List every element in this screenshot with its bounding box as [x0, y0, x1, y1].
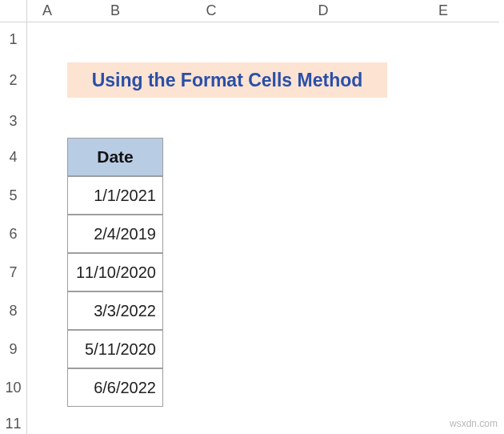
table-row[interactable]: 6/6/2022 — [67, 368, 163, 407]
row-header-1[interactable]: 1 — [0, 22, 27, 56]
cell-D4[interactable] — [259, 138, 387, 176]
cell-E2[interactable] — [387, 56, 499, 104]
cell-D7[interactable] — [259, 253, 387, 291]
cell-D8[interactable] — [259, 291, 387, 330]
table-row[interactable]: 2/4/2019 — [67, 215, 163, 253]
cell-E5[interactable] — [387, 176, 499, 215]
cell-C6[interactable] — [163, 215, 259, 253]
cell-D9[interactable] — [259, 330, 387, 368]
cell-A6[interactable] — [27, 215, 67, 253]
cell-A4[interactable] — [27, 138, 67, 176]
cell-C11[interactable] — [163, 407, 259, 434]
select-all-corner[interactable] — [0, 0, 27, 22]
cell-C1[interactable] — [163, 22, 259, 56]
page-title: Using the Format Cells Method — [67, 62, 387, 98]
cell-E8[interactable] — [387, 291, 499, 330]
row-header-6[interactable]: 6 — [0, 215, 27, 253]
row-header-7[interactable]: 7 — [0, 253, 27, 291]
row-header-10[interactable]: 10 — [0, 368, 27, 407]
cell-E7[interactable] — [387, 253, 499, 291]
table-row[interactable]: 1/1/2021 — [67, 176, 163, 215]
cell-D1[interactable] — [259, 22, 387, 56]
cell-D11[interactable] — [259, 407, 387, 434]
cell-E3[interactable] — [387, 104, 499, 138]
cell-A9[interactable] — [27, 330, 67, 368]
row-header-9[interactable]: 9 — [0, 330, 27, 368]
cell-C4[interactable] — [163, 138, 259, 176]
cell-C10[interactable] — [163, 368, 259, 407]
cell-A5[interactable] — [27, 176, 67, 215]
cell-C9[interactable] — [163, 330, 259, 368]
cell-E9[interactable] — [387, 330, 499, 368]
cell-A3[interactable] — [27, 104, 67, 138]
col-header-D[interactable]: D — [259, 0, 387, 22]
row-header-8[interactable]: 8 — [0, 291, 27, 330]
cell-B1[interactable] — [67, 22, 163, 56]
cell-B11[interactable] — [67, 407, 163, 434]
col-header-E[interactable]: E — [387, 0, 499, 22]
row-header-2[interactable]: 2 — [0, 56, 27, 104]
cell-D6[interactable] — [259, 215, 387, 253]
row-header-3[interactable]: 3 — [0, 104, 27, 138]
row-header-11[interactable]: 11 — [0, 407, 27, 434]
cell-C8[interactable] — [163, 291, 259, 330]
cell-C7[interactable] — [163, 253, 259, 291]
table-header-date[interactable]: Date — [67, 138, 163, 176]
col-header-C[interactable]: C — [163, 0, 259, 22]
cell-B3[interactable] — [67, 104, 163, 138]
cell-C3[interactable] — [163, 104, 259, 138]
title-merged-cell[interactable]: Using the Format Cells Method — [67, 56, 387, 104]
cell-A2[interactable] — [27, 56, 67, 104]
cell-E10[interactable] — [387, 368, 499, 407]
spreadsheet-grid: A B C D E 1 2 Using the Format Cells Met… — [0, 0, 504, 434]
cell-C5[interactable] — [163, 176, 259, 215]
cell-E6[interactable] — [387, 215, 499, 253]
table-row[interactable]: 3/3/2022 — [67, 291, 163, 330]
cell-D10[interactable] — [259, 368, 387, 407]
col-header-B[interactable]: B — [67, 0, 163, 22]
row-header-4[interactable]: 4 — [0, 138, 27, 176]
cell-D3[interactable] — [259, 104, 387, 138]
cell-A7[interactable] — [27, 253, 67, 291]
cell-A10[interactable] — [27, 368, 67, 407]
cell-A11[interactable] — [27, 407, 67, 434]
table-row[interactable]: 11/10/2020 — [67, 253, 163, 291]
col-header-A[interactable]: A — [27, 0, 67, 22]
watermark-text: wsxdn.com — [450, 418, 498, 429]
cell-E1[interactable] — [387, 22, 499, 56]
cell-E4[interactable] — [387, 138, 499, 176]
table-row[interactable]: 5/11/2020 — [67, 330, 163, 368]
cell-A1[interactable] — [27, 22, 67, 56]
cell-A8[interactable] — [27, 291, 67, 330]
cell-D5[interactable] — [259, 176, 387, 215]
row-header-5[interactable]: 5 — [0, 176, 27, 215]
